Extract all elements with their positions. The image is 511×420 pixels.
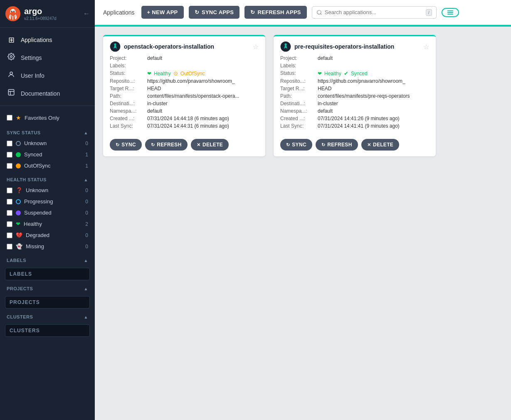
card-path-1: content/files/manifests/pre-reqs-operato… (318, 93, 429, 99)
card-row-lastsync-0: Last Sync: 07/31/2024 14:44:31 (6 minute… (110, 123, 259, 129)
filter-missing[interactable]: 👻 Missing 0 (0, 241, 95, 252)
outofsync-checkbox[interactable] (7, 163, 12, 169)
refresh-apps-button[interactable]: ↻ REFRESH APPS (244, 6, 307, 19)
filter-unknown-health[interactable]: ❓ Unknown 0 (0, 185, 95, 196)
card-status-0: ❤ Healthy ⊙ OutOfSync (147, 70, 205, 77)
view-toggle-button[interactable] (442, 8, 459, 17)
sidebar-item-applications[interactable]: ⊞ Applications (0, 31, 95, 49)
health-status-chevron[interactable]: ▲ (84, 178, 88, 182)
favorite-star-1[interactable]: ☆ (423, 43, 429, 51)
top-bar: Applications + NEW APP ↻ SYNC APPS ↻ REF… (95, 0, 511, 25)
sidebar-item-settings[interactable]: Settings (0, 49, 95, 67)
progressing-checkbox[interactable] (7, 199, 12, 205)
synced-icon (16, 152, 21, 157)
favorite-star-0[interactable]: ☆ (253, 43, 259, 51)
search-input[interactable] (325, 9, 423, 15)
sync-status-chevron[interactable]: ▲ (84, 131, 88, 135)
refresh-button-0[interactable]: ↻ REFRESH (145, 139, 188, 151)
sync-apps-icon: ↻ (195, 9, 199, 15)
app-card-1: pre-requisites-operators-installation ☆ … (274, 35, 436, 156)
card-target-1: HEAD (318, 86, 429, 91)
search-icon (316, 10, 322, 15)
filter-outofsync[interactable]: OutOfSync 1 (0, 160, 95, 171)
new-app-button[interactable]: + NEW APP (141, 6, 184, 19)
filter-label: Healthy (24, 221, 42, 227)
card-row-target-1: Target R...: HEAD (280, 86, 429, 91)
sidebar-item-label: Documentation (21, 90, 60, 97)
outofsync-count: 1 (85, 163, 88, 169)
card-row-ns-1: Namespa...: default (280, 108, 429, 114)
filter-unknown-sync[interactable]: Unknown 0 (0, 138, 95, 149)
card-title-0: openstack-operators-installation (124, 43, 214, 50)
projects-chevron[interactable]: ▲ (84, 287, 88, 291)
sidebar-filters: ★ Favorites Only SYNC STATUS ▲ Unknown 0… (0, 106, 95, 420)
back-button[interactable]: ← (83, 10, 90, 17)
card-project-0: default (147, 55, 259, 61)
sidebar-nav: ⊞ Applications Settings User Info Docume… (0, 28, 95, 106)
sync-status-section: SYNC STATUS ▲ Unknown 0 Synced 1 OutOfSy… (0, 128, 95, 171)
filter-label: OutOfSync (24, 163, 51, 169)
card-row-labels-0: Labels: (110, 63, 259, 69)
sync-apps-button[interactable]: ↻ SYNC APPS (189, 6, 240, 19)
unknown-health-count: 0 (85, 188, 88, 193)
app-version: v2.11.6+089247d (24, 16, 57, 21)
refresh-button-1[interactable]: ↻ REFRESH (316, 139, 358, 151)
card-project-1: default (318, 55, 429, 61)
suspended-icon (16, 210, 21, 215)
app-logo: argo v2.11.6+089247d (5, 6, 57, 22)
favorites-filter[interactable]: ★ Favorites Only (0, 111, 95, 124)
sync-btn-icon-0: ↻ (116, 142, 119, 148)
labels-section: LABELS ▲ LABELS (0, 255, 95, 280)
degraded-checkbox[interactable] (7, 232, 12, 238)
card-ns-1: default (318, 108, 429, 114)
sync-label-1: Synced (351, 71, 368, 77)
sync-btn-label-0: SYNC (121, 142, 136, 148)
synced-checkbox[interactable] (7, 152, 12, 158)
health-status-header: HEALTH STATUS ▲ (0, 175, 95, 185)
clusters-chevron[interactable]: ▲ (84, 315, 88, 319)
favorites-checkbox[interactable] (7, 115, 12, 121)
card-lastsync-1: 07/31/2024 14:41:41 (9 minutes ago) (318, 123, 429, 129)
unknown-sync-checkbox[interactable] (7, 141, 12, 146)
unknown-sync-count: 0 (85, 141, 88, 146)
filter-suspended[interactable]: Suspended 0 (0, 207, 95, 218)
card-status-1: ❤ Healthy ✔ Synced (318, 70, 368, 77)
card-dest-0: in-cluster (147, 101, 259, 106)
sync-button-1[interactable]: ↻ SYNC (280, 139, 312, 151)
healthy-checkbox[interactable] (7, 221, 12, 227)
favorites-label: Favorites Only (25, 115, 59, 121)
sidebar: argo v2.11.6+089247d ← ⊞ Applications Se… (0, 0, 95, 420)
filter-healthy[interactable]: ❤ Healthy 2 (0, 218, 95, 230)
health-label-1: Healthy (324, 71, 341, 77)
card-row-created-1: Created ...: 07/31/2024 14:41:26 (9 minu… (280, 116, 429, 121)
sync-button-0[interactable]: ↻ SYNC (110, 139, 142, 151)
sidebar-item-label: User Info (21, 72, 44, 79)
delete-button-0[interactable]: ✕ DELETE (191, 139, 229, 151)
filter-degraded[interactable]: 💔 Degraded 0 (0, 230, 95, 241)
card-header-0: openstack-operators-installation ☆ (103, 36, 265, 55)
card-app-icon-0 (110, 41, 121, 52)
card-repo-0: https://github.com/pnavarro/showroom_ (147, 78, 259, 84)
card-row-lastsync-1: Last Sync: 07/31/2024 14:41:41 (9 minute… (280, 123, 429, 129)
filter-progressing[interactable]: Progressing 0 (0, 196, 95, 207)
sidebar-item-documentation[interactable]: Documentation (0, 84, 95, 102)
clusters-input[interactable]: CLUSTERS (5, 324, 90, 337)
suspended-checkbox[interactable] (7, 210, 12, 216)
card-row-project-0: Project: default (110, 55, 259, 61)
filter-synced[interactable]: Synced 1 (0, 149, 95, 160)
search-bar[interactable]: / (312, 6, 437, 19)
argo-logo-icon (5, 6, 21, 22)
health-icon-1: ❤ (318, 71, 322, 77)
projects-input[interactable]: PROJECTS (5, 296, 90, 309)
unknown-health-checkbox[interactable] (7, 188, 12, 193)
card-title-row-0: openstack-operators-installation (110, 41, 214, 52)
delete-button-1[interactable]: ✕ DELETE (361, 139, 399, 151)
labels-input[interactable]: LABELS (5, 268, 90, 280)
sync-icon-1: ✔ (344, 70, 348, 77)
labels-chevron[interactable]: ▲ (84, 258, 88, 263)
sidebar-item-userinfo[interactable]: User Info (0, 67, 95, 84)
card-actions-1: ↻ SYNC ↻ REFRESH ✕ DELETE (274, 136, 436, 156)
filter-label: Suspended (24, 210, 52, 216)
missing-checkbox[interactable] (7, 244, 12, 250)
refresh-apps-icon: ↻ (250, 9, 255, 15)
